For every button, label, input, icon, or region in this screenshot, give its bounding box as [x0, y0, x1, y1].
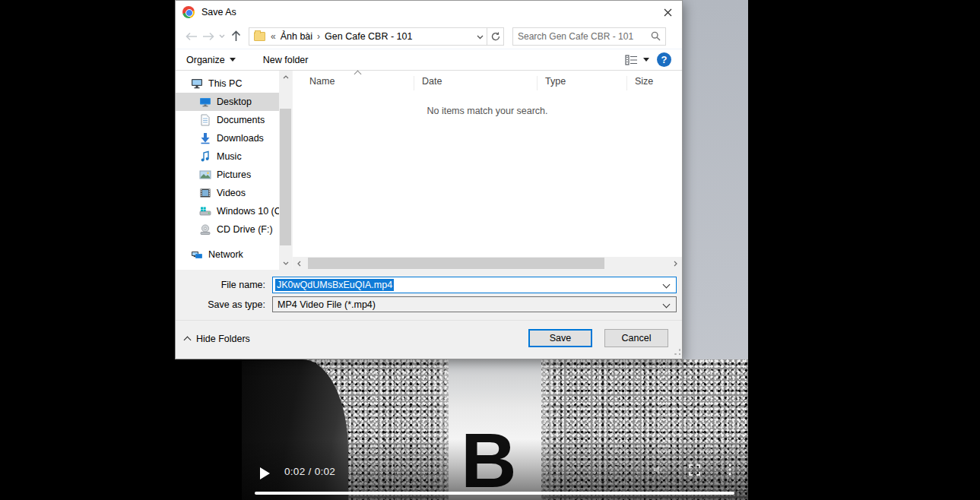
sidebar-item-label: Windows 10 (C:) [217, 206, 287, 217]
save-as-type-select[interactable]: MP4 Video File (*.mp4) [272, 296, 677, 312]
documents-icon [199, 114, 211, 126]
videos-icon [199, 187, 211, 199]
organize-dropdown-icon [230, 58, 236, 62]
sidebar-item-label: This PC [208, 78, 242, 89]
network-icon [191, 248, 203, 261]
sidebar-item-cd-drive[interactable]: CD Drive (F:) [176, 220, 279, 239]
organize-button[interactable]: Organize [186, 55, 236, 65]
column-header-type[interactable]: Type [538, 76, 627, 90]
sidebar-item-pictures[interactable]: Pictures [176, 166, 279, 184]
scroll-right-icon[interactable] [669, 257, 682, 270]
command-bar: Organize New folder ? [176, 49, 682, 71]
column-header-size[interactable]: Size [627, 76, 682, 90]
sidebar-item-windows-c[interactable]: Windows 10 (C:) [176, 202, 279, 220]
volume-icon[interactable] [652, 464, 664, 479]
column-header-name[interactable]: Name [293, 76, 414, 90]
sidebar-item-network[interactable]: Network [176, 245, 279, 264]
folder-icon [254, 32, 265, 41]
fullscreen-icon[interactable] [689, 464, 700, 479]
new-folder-label: New folder [263, 55, 309, 65]
sidebar-item-label: Downloads [217, 133, 264, 144]
breadcrumb-segment-anh-bai[interactable]: Ảnh bài [278, 31, 316, 42]
save-as-type-dropdown-chevron-icon [663, 301, 671, 309]
sidebar-item-label: CD Drive (F:) [217, 224, 273, 235]
sidebar-item-music[interactable]: Music [176, 147, 279, 166]
refresh-icon[interactable] [487, 27, 504, 46]
scrollbar-thumb[interactable] [308, 258, 604, 269]
sidebar-item-label: Network [208, 249, 243, 260]
dialog-title: Save As [201, 7, 236, 17]
recent-locations-chevron-icon[interactable] [217, 28, 227, 45]
sidebar-item-downloads[interactable]: Downloads [176, 129, 279, 147]
sidebar-item-videos[interactable]: Videos [176, 184, 279, 202]
scroll-left-icon[interactable] [293, 257, 306, 270]
hide-folders-label: Hide Folders [196, 334, 250, 344]
play-button[interactable] [260, 467, 270, 479]
file-list: Name Date Type Size No items match your … [292, 71, 682, 270]
this-pc-icon [191, 78, 203, 90]
cd-drive-icon [199, 223, 211, 236]
breadcrumb-overflow[interactable]: « [269, 31, 278, 42]
video-time: 0:02 / 0:02 [284, 466, 335, 477]
save-as-type-label: Save as type: [176, 299, 265, 310]
music-icon [199, 150, 211, 163]
views-icon [625, 55, 638, 65]
overflow-menu-icon[interactable] [728, 464, 731, 479]
sidebar-item-label: Videos [217, 188, 246, 198]
video-frame: B 0:02 / 0:02 [242, 359, 748, 500]
close-icon[interactable] [661, 6, 674, 18]
save-as-dialog: Save As « Ảnh bài › Gen Cafe CBR - 101 [175, 0, 683, 359]
file-name-section: File name: JK0wQdUMsBxEuQIA.mp4 Save as … [176, 270, 682, 320]
chevron-up-icon [184, 337, 192, 344]
help-icon[interactable]: ? [657, 52, 671, 67]
sidebar-item-documents[interactable]: Documents [176, 111, 279, 129]
downloads-icon [199, 132, 211, 144]
pictures-icon [199, 169, 211, 181]
new-folder-button[interactable]: New folder [263, 55, 309, 65]
sidebar-item-desktop[interactable]: Desktop [176, 93, 279, 111]
sidebar-item-label: Documents [217, 115, 265, 125]
navigation-bar: « Ảnh bài › Gen Cafe CBR - 101 [176, 24, 682, 49]
change-view-button[interactable] [625, 55, 649, 65]
column-header-date[interactable]: Date [414, 76, 538, 90]
file-name-dropdown-chevron-icon[interactable] [663, 281, 671, 289]
sidebar-item-label: Desktop [217, 97, 252, 107]
back-icon[interactable] [183, 28, 200, 45]
up-icon[interactable] [227, 28, 244, 45]
scrollbar-thumb[interactable] [280, 109, 291, 245]
save-button[interactable]: Save [528, 329, 592, 347]
address-dropdown-chevron-icon[interactable] [477, 31, 484, 42]
desktop-icon [199, 96, 211, 108]
hide-folders-button[interactable]: Hide Folders [185, 334, 250, 344]
breadcrumb-separator-icon: › [316, 31, 322, 42]
video-progress-bar[interactable] [255, 492, 734, 495]
search-icon [651, 31, 661, 41]
breadcrumb-segment-gen-cafe[interactable]: Gen Cafe CBR - 101 [322, 31, 415, 42]
save-as-type-value: MP4 Video File (*.mp4) [278, 299, 376, 310]
empty-list-message: No items match your search. [293, 106, 682, 116]
local-disk-icon [199, 205, 211, 217]
cancel-button[interactable]: Cancel [604, 329, 668, 347]
search-box [512, 27, 666, 46]
sidebar-item-label: Pictures [217, 169, 251, 180]
dialog-titlebar[interactable]: Save As [176, 1, 682, 24]
file-name-input[interactable]: JK0wQdUMsBxEuQIA.mp4 [272, 277, 677, 293]
file-name-selected-text: JK0wQdUMsBxEuQIA.mp4 [275, 279, 394, 291]
chrome-icon [182, 6, 195, 18]
search-input[interactable] [518, 31, 651, 42]
file-name-label: File name: [176, 280, 265, 290]
horizontal-scrollbar[interactable] [293, 257, 682, 270]
address-bar[interactable]: « Ảnh bài › Gen Cafe CBR - 101 [249, 27, 487, 46]
forward-icon[interactable] [200, 28, 217, 45]
list-header: Name Date Type Size [293, 71, 682, 90]
sidebar-item-label: Music [217, 151, 242, 162]
sidebar-scrollbar[interactable] [279, 71, 292, 270]
dialog-footer: Hide Folders Save Cancel [176, 320, 682, 356]
navigation-pane: This PC Desktop Documents Downloads Musi… [176, 71, 279, 270]
scroll-down-icon[interactable] [279, 257, 292, 270]
scroll-up-icon[interactable] [279, 71, 292, 84]
resize-grip[interactable] [674, 349, 680, 355]
views-dropdown-icon [643, 58, 649, 62]
organize-label: Organize [186, 55, 225, 65]
sidebar-item-this-pc[interactable]: This PC [176, 74, 279, 93]
